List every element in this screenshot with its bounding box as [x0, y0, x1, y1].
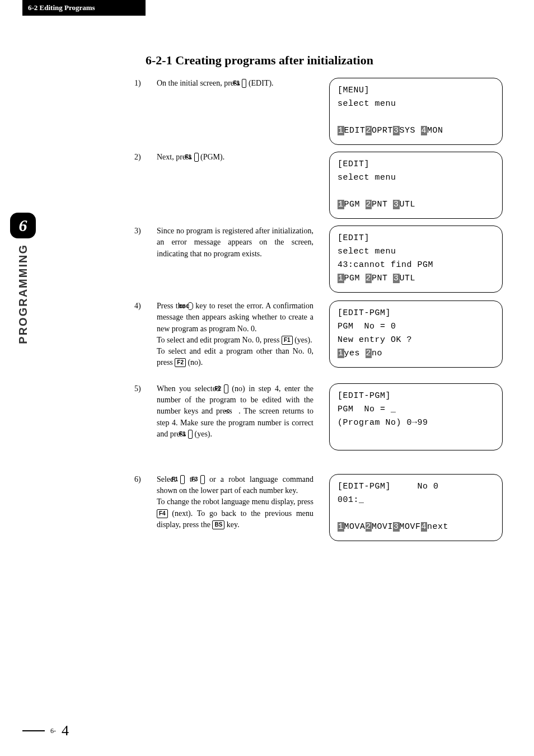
softkey-number: 4: [421, 126, 428, 135]
softkey-number: 1: [338, 522, 344, 532]
step-num: 4): [146, 300, 157, 312]
step-4-text: 4)Press the ESC key to reset the error. …: [146, 300, 313, 369]
screen-1: [MENU]select menu 1EDIT2OPRT3SYS 4MON: [329, 78, 503, 145]
p3-post: (no).: [186, 358, 203, 367]
step-1-text: 1)On the initial screen, press F1 (EDIT)…: [146, 78, 313, 89]
step-4: 4)Press the ESC key to reset the error. …: [146, 300, 515, 369]
screen-line: [338, 507, 494, 520]
step-5: 5)When you selected F2 (no) in step 4, e…: [146, 383, 515, 450]
softkey-number: 2: [366, 522, 372, 532]
page-number: 4: [62, 722, 69, 739]
softkey-number: 1: [338, 200, 344, 209]
keycap-f2: F2: [175, 358, 186, 367]
keycap-esc: ESC: [188, 302, 193, 310]
softkey-number: 1: [338, 126, 344, 135]
breadcrumb-header: 6-2 Editing Programs: [22, 0, 146, 16]
softkey-number: 3: [393, 200, 400, 209]
chapter-label: PROGRAMMING: [17, 244, 30, 344]
chapter-side-tab: 6 PROGRAMMING: [10, 213, 36, 344]
step-num: 2): [146, 152, 157, 163]
step-6-text: 6)Select F1 to F3 or a robot language co…: [146, 474, 313, 530]
step-post: (PGM).: [199, 153, 225, 161]
p2-pre: To change the robot language menu displa…: [157, 497, 313, 506]
step-3-text: 3)Since no program is registered after i…: [146, 226, 313, 260]
step-body: Since no program is registered after ini…: [157, 227, 313, 258]
screen-line: select menu: [338, 245, 494, 259]
step-2: 2)Next, press F1 (PGM). [EDIT]select men…: [146, 152, 515, 219]
page-footer: 6-4: [22, 722, 69, 739]
softkey-number: 2: [366, 349, 372, 358]
page-content: 6-2-1 Creating programs after initializa…: [146, 53, 515, 541]
screen-line: 1MOVA2MOVI3MOVF4next: [338, 520, 494, 534]
screen-line: [MENU]: [338, 84, 494, 97]
keycap-f1: F1: [282, 336, 293, 345]
step-num: 3): [146, 226, 157, 237]
softkey-number: 3: [393, 522, 400, 532]
screen-line: [338, 185, 494, 198]
keycap-f2: F2: [224, 384, 228, 393]
footer-rule: [22, 730, 45, 731]
softkey-number: 3: [393, 126, 400, 135]
screen-line: 1PGM 2PNT 3UTL: [338, 272, 494, 285]
screen-line: 1yes 2no: [338, 347, 494, 360]
softkey-number: 4: [421, 522, 428, 532]
screen-line: 1PGM 2PNT 3UTL: [338, 198, 494, 212]
screen-line: 1EDIT2OPRT3SYS 4MON: [338, 124, 494, 138]
screen-line: PGM No = 0: [338, 320, 494, 334]
step-3: 3)Since no program is registered after i…: [146, 226, 515, 293]
screen-5: [EDIT-PGM]PGM No = _(Program No) 0→99: [329, 383, 503, 450]
screen-4: [EDIT-PGM]PGM No = 0New entry OK ?1yes 2…: [329, 300, 503, 368]
section-title: 6-2-1 Creating programs after initializa…: [146, 53, 515, 68]
softkey-number: 2: [366, 126, 372, 135]
p2-pre: To select and edit program No. 0, press: [157, 336, 282, 344]
keycap-f1: F1: [188, 430, 193, 439]
screen-line: PGM No = _: [338, 403, 494, 416]
softkey-number: 2: [366, 274, 372, 283]
step-pre: On the initial screen, press: [157, 79, 242, 87]
softkey-number: 1: [338, 349, 344, 358]
step-2-text: 2)Next, press F1 (PGM).: [146, 152, 313, 163]
screen-6: [EDIT-PGM] No 0001:_ 1MOVA2MOVI3MOVF4nex…: [329, 474, 503, 541]
keycap-f3: F3: [200, 475, 205, 484]
step-5-text: 5)When you selected F2 (no) in step 4, e…: [146, 383, 313, 440]
screen-line: [EDIT-PGM]: [338, 307, 494, 320]
screen-line: [338, 111, 494, 124]
p2-post: key.: [224, 520, 239, 529]
screen-line: [EDIT-PGM] No 0: [338, 480, 494, 494]
chapter-number: 6: [10, 213, 36, 238]
screen-line: [EDIT]: [338, 158, 494, 171]
screen-line: select menu: [338, 97, 494, 111]
p1-pre: When you selected: [157, 384, 224, 393]
softkey-number: 2: [366, 200, 372, 209]
p1-tail: (yes).: [193, 430, 212, 438]
screen-line: (Program No) 0→99: [338, 416, 494, 430]
softkey-number: 1: [338, 274, 344, 283]
p2-post: (yes).: [293, 336, 312, 344]
keycap-f4: F4: [157, 509, 168, 518]
step-num: 1): [146, 78, 157, 89]
screen-line: [EDIT-PGM]: [338, 389, 494, 403]
screen-line: [338, 430, 494, 443]
keycap-bs: BS: [212, 520, 224, 529]
screen-line: New entry OK ?: [338, 334, 494, 347]
page-prefix: 6-: [50, 727, 56, 735]
step-6: 6)Select F1 to F3 or a robot language co…: [146, 474, 515, 541]
screen-line: 43:cannot find PGM: [338, 259, 494, 272]
step-num: 5): [146, 383, 157, 395]
softkey-number: 3: [393, 274, 400, 283]
screen-line: select menu: [338, 171, 494, 185]
screen-line: 001:_: [338, 494, 494, 507]
screen-2: [EDIT]select menu 1PGM 2PNT 3UTL: [329, 152, 503, 219]
step-1: 1)On the initial screen, press F1 (EDIT)…: [146, 78, 515, 145]
step-post: (EDIT).: [246, 79, 273, 87]
screen-line: [EDIT]: [338, 232, 494, 245]
keycap-f1: F1: [194, 153, 199, 162]
step-num: 6): [146, 474, 157, 485]
screen-3: [EDIT]select menu43:cannot find PGM1PGM …: [329, 226, 503, 293]
